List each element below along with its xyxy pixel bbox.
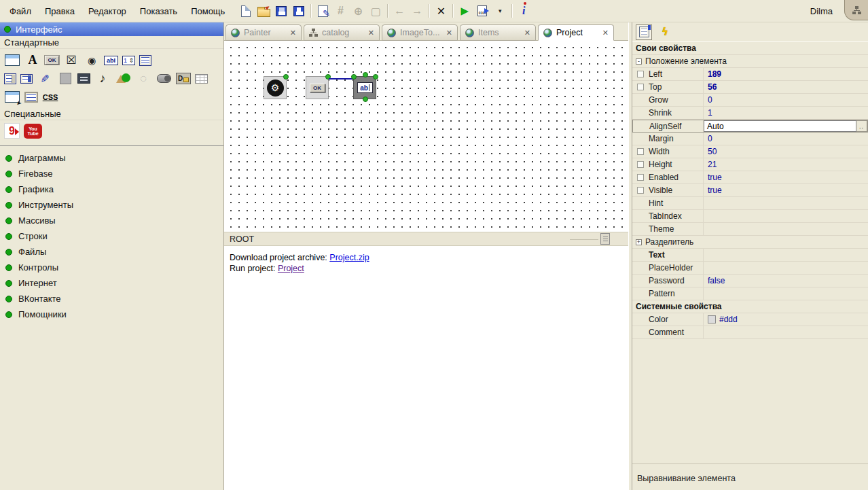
new-button[interactable] [237, 3, 255, 19]
css-component-icon[interactable] [42, 89, 58, 105]
menu-editor[interactable]: Редактор [82, 3, 133, 19]
close-icon[interactable]: ✕ [524, 29, 530, 37]
property-row-visible[interactable]: Visibletrue [632, 184, 868, 197]
close-icon[interactable]: ✕ [446, 29, 452, 37]
combobox-component-icon[interactable] [20, 74, 33, 84]
download-project-link[interactable]: Project.zip [329, 253, 369, 262]
checkbox-height[interactable] [637, 161, 644, 168]
category-strings[interactable]: Строки [0, 228, 223, 244]
splitter-handle[interactable] [600, 233, 610, 245]
tab-imageto[interactable]: ImageTo...✕ [382, 24, 458, 41]
expand-icon[interactable]: + [636, 239, 642, 245]
memo-component-icon[interactable] [139, 55, 151, 66]
property-group-position[interactable]: -Положение элемента [632, 55, 868, 68]
report-component-icon[interactable] [24, 92, 38, 103]
property-row-text[interactable]: Text [632, 249, 868, 262]
nine-component-icon[interactable] [4, 123, 20, 139]
project-tree-button[interactable] [844, 0, 868, 20]
design-canvas[interactable]: ⚙ OK ab [224, 41, 628, 232]
number-component-icon[interactable] [122, 56, 135, 65]
loader-component-icon[interactable] [135, 71, 151, 86]
property-row-pattern[interactable]: Pattern [632, 287, 868, 300]
image-component-icon[interactable] [156, 52, 172, 68]
property-row-width[interactable]: Width50 [632, 145, 868, 158]
checkbox-visible[interactable] [637, 187, 644, 194]
property-row-top[interactable]: Top56 [632, 81, 868, 94]
property-row-hint[interactable]: Hint [632, 197, 868, 210]
resize-handle-n[interactable] [363, 72, 368, 77]
category-helpers[interactable]: Помощники [0, 307, 223, 322]
category-files[interactable]: Файлы [0, 244, 223, 260]
run-button[interactable]: ▶ [456, 3, 473, 19]
close-icon[interactable]: ✕ [602, 29, 609, 37]
range-component-icon[interactable] [196, 52, 213, 68]
shape-component-icon[interactable] [115, 71, 131, 86]
property-row-shrink[interactable]: Shrink1 [632, 107, 868, 120]
listbox-component-icon[interactable] [4, 73, 16, 84]
properties-tab-button[interactable] [636, 24, 652, 40]
tab-project[interactable]: Project✕ [538, 24, 614, 41]
back-button[interactable]: ← [391, 3, 408, 19]
resize-handle-s[interactable] [363, 97, 368, 102]
color-swatch[interactable] [708, 315, 716, 323]
property-row-color[interactable]: Color#ddd [632, 313, 868, 326]
progressbar-component-icon[interactable] [176, 52, 192, 68]
dialog-component-icon[interactable] [4, 89, 20, 105]
run-project-link[interactable]: Project [278, 264, 304, 273]
property-group-divider[interactable]: +Разделитель [632, 236, 868, 249]
alignself-ellipsis-button[interactable]: .. [856, 120, 867, 132]
property-row-enabled[interactable]: Enabledtrue [632, 171, 868, 184]
checkbox-left[interactable] [637, 71, 644, 77]
open-button[interactable] [255, 3, 272, 19]
sidebar-header-interface[interactable]: Интерфейс [0, 22, 223, 36]
resize-handle-nw[interactable] [351, 74, 357, 80]
save-as-button[interactable] [290, 3, 308, 19]
close-icon[interactable]: ✕ [368, 29, 374, 37]
widget-timer[interactable]: ⚙ [264, 76, 287, 99]
center-button[interactable]: ⊕ [349, 3, 367, 19]
button-component-icon[interactable] [45, 56, 59, 65]
events-tab-button[interactable]: ϟ [657, 24, 673, 40]
compile-button[interactable]: 0101 [473, 3, 491, 19]
close-button[interactable]: ✕ [432, 3, 450, 19]
checkbox-width[interactable] [637, 148, 644, 155]
toggle-component-icon[interactable] [156, 71, 172, 86]
video-component-icon[interactable] [77, 73, 90, 84]
html-component-icon[interactable] [4, 52, 20, 68]
forward-button[interactable]: → [408, 3, 426, 19]
category-internet[interactable]: Интернет [0, 275, 223, 291]
checkbox-enabled[interactable] [637, 174, 644, 181]
grid-component-icon[interactable] [195, 74, 208, 84]
datastore-component-icon[interactable] [176, 73, 191, 84]
property-row-height[interactable]: Height21 [632, 158, 868, 171]
about-button[interactable]: i [515, 3, 532, 19]
category-firebase[interactable]: Firebase [0, 166, 223, 181]
menu-edit[interactable]: Правка [38, 3, 82, 19]
youtube-component-icon[interactable] [24, 124, 42, 139]
property-row-left[interactable]: Left189 [632, 68, 868, 81]
category-vkontakte[interactable]: ВКонтакте [0, 291, 223, 307]
paintbox-component-icon[interactable] [37, 71, 53, 86]
property-row-password[interactable]: Passwordfalse [632, 275, 868, 287]
anchor-handle[interactable] [283, 74, 289, 80]
tab-items[interactable]: Items✕ [460, 24, 536, 41]
widget-button[interactable]: OK [306, 76, 329, 99]
category-tools[interactable]: Инструменты [0, 197, 223, 213]
menu-view[interactable]: Показать [133, 3, 184, 19]
category-graphics[interactable]: Графика [0, 181, 223, 197]
tab-catalog[interactable]: catalog✕ [304, 24, 380, 41]
alignself-input[interactable]: Auto [704, 120, 856, 132]
property-row-comment[interactable]: Comment [632, 326, 868, 339]
resize-handle-ne[interactable] [373, 74, 378, 80]
checkbox-top[interactable] [637, 84, 644, 90]
menu-help[interactable]: Помощь [184, 3, 232, 19]
property-row-placeholder[interactable]: PlaceHolder [632, 262, 868, 275]
menu-file[interactable]: Файл [3, 3, 38, 19]
bounds-button[interactable]: ▢ [367, 3, 384, 19]
compile-menu-button[interactable]: ▾ [491, 3, 509, 19]
property-row-alignself[interactable]: AlignSelfAuto.. [632, 120, 868, 133]
design-button[interactable] [314, 3, 331, 19]
save-button[interactable] [272, 3, 290, 19]
widget-edit[interactable]: ab [353, 76, 376, 99]
property-row-tabindex[interactable]: TabIndex [632, 210, 868, 223]
